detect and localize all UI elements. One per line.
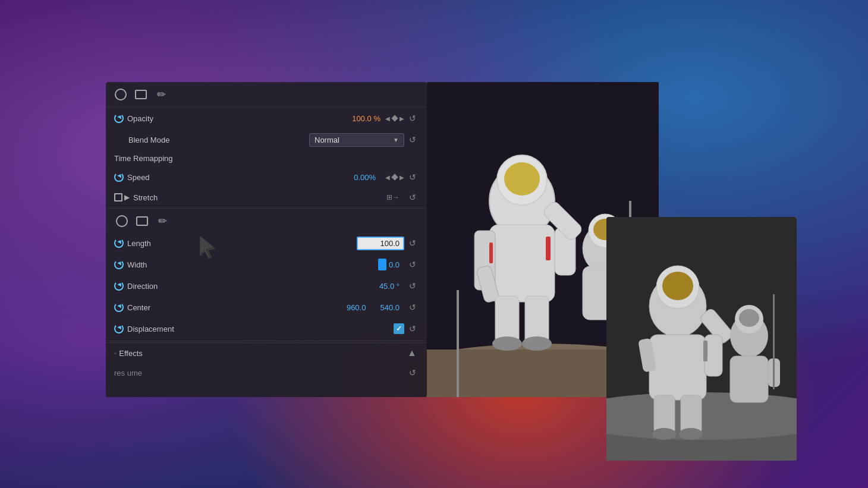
effects-label: Effects <box>119 349 143 358</box>
stretch-row: ▶ Stretch ⊞→ ↺ <box>106 188 427 207</box>
pen-tool-2[interactable]: ✏ <box>155 213 170 229</box>
width-label: Width <box>127 260 193 269</box>
opacity-prev-arrow[interactable]: ◀ <box>385 115 390 122</box>
opacity-keyframe-nav: ◀ ▶ <box>385 115 404 122</box>
properties-panel: ✏ Opacity 100.0 % ◀ ▶ ↺ Blend Mode Norma… <box>106 82 427 397</box>
svg-point-44 <box>739 309 759 327</box>
direction-keyframe-icon[interactable] <box>114 281 124 291</box>
stretch-list-icon[interactable]: ⊞→ <box>386 193 400 202</box>
opacity-reset-btn[interactable]: ↺ <box>407 112 419 124</box>
width-row: Width 0.0 ↺ <box>106 254 427 275</box>
direction-row: Direction 45.0 ° ↺ <box>106 275 427 297</box>
circle-tool-1[interactable] <box>113 87 128 102</box>
width-slider-handle[interactable] <box>378 259 386 270</box>
displacement-checkbox-wrapper <box>394 323 404 334</box>
center-reset-btn[interactable]: ↺ <box>407 301 419 313</box>
length-keyframe-icon[interactable] <box>114 238 124 248</box>
opacity-label: Opacity <box>127 114 193 123</box>
svg-point-32 <box>662 272 693 300</box>
pen-tool-1[interactable]: ✏ <box>153 87 169 102</box>
cursor-arrow-svg <box>198 235 217 260</box>
width-keyframe-icon[interactable] <box>114 260 124 269</box>
length-row: Length ↺ <box>106 232 427 254</box>
opacity-next-arrow[interactable]: ▶ <box>400 115 404 122</box>
opacity-row: Opacity 100.0 % ◀ ▶ ↺ <box>106 108 427 129</box>
stretch-icon: ▶ <box>114 193 130 202</box>
circle-tool-2[interactable] <box>114 213 130 229</box>
speed-keyframe-nav: ◀ ▶ <box>385 174 404 181</box>
svg-rect-33 <box>649 335 706 400</box>
blend-mode-reset-btn[interactable]: ↺ <box>407 134 419 146</box>
displacement-reset-btn[interactable]: ↺ <box>407 323 419 335</box>
blend-mode-dropdown[interactable]: Normal ▼ <box>309 133 404 147</box>
length-input[interactable] <box>357 237 404 250</box>
cursor-pointer <box>198 235 217 263</box>
opacity-keyframe-icon[interactable] <box>114 114 124 123</box>
effects-row: ◦ Effects ▲ <box>106 342 427 363</box>
speed-prev-arrow[interactable]: ◀ <box>385 174 390 181</box>
effects-bullet: ◦ <box>114 349 117 357</box>
svg-rect-47 <box>773 294 775 389</box>
effects-expand-btn[interactable]: ▲ <box>405 347 419 360</box>
speed-reset-btn[interactable]: ↺ <box>407 171 419 183</box>
separator-1 <box>106 208 427 209</box>
center-row: Center 960.0 540.0 ↺ <box>106 297 427 318</box>
displacement-checkbox[interactable] <box>394 323 404 334</box>
svg-point-39 <box>652 428 676 440</box>
length-label: Length <box>127 239 193 248</box>
svg-marker-1 <box>200 237 213 257</box>
bottom-label: res ume <box>114 369 142 377</box>
center-value-x[interactable]: 960.0 <box>347 303 366 312</box>
rectangle-tool-1[interactable] <box>133 87 149 102</box>
rectangle-tool-2[interactable] <box>134 213 150 229</box>
speed-keyframe-icon[interactable] <box>114 172 124 182</box>
speed-label: Speed <box>127 173 193 182</box>
direction-value[interactable]: 45.0 ° <box>379 282 400 291</box>
bottom-reset-btn[interactable]: ↺ <box>407 367 419 379</box>
svg-point-40 <box>679 428 703 440</box>
svg-rect-41 <box>703 341 707 361</box>
blend-mode-row: Blend Mode Normal ▼ ↺ <box>106 129 427 150</box>
toolbar-row-1: ✏ <box>106 82 427 108</box>
blend-dropdown-arrow-icon: ▼ <box>393 137 399 143</box>
time-remapping-header: Time Remapping <box>106 150 427 166</box>
svg-rect-26 <box>457 290 459 397</box>
stretch-label: Stretch <box>133 193 260 202</box>
svg-rect-17 <box>546 237 551 260</box>
opacity-value[interactable]: 100.0 % <box>352 114 380 123</box>
displacement-keyframe-icon[interactable] <box>114 324 124 333</box>
speed-row: Speed 0.00% ◀ ▶ ↺ <box>106 166 427 188</box>
svg-rect-45 <box>730 356 768 402</box>
speed-value[interactable]: 0.00% <box>354 173 376 182</box>
blend-mode-label: Blend Mode <box>128 136 194 144</box>
bottom-row: res ume ↺ <box>106 363 427 382</box>
secondary-preview-panel <box>606 217 797 461</box>
direction-label: Direction <box>127 282 193 291</box>
svg-rect-8 <box>489 225 555 302</box>
center-value-y[interactable]: 540.0 <box>380 303 400 312</box>
displacement-row: Displacement ↺ <box>106 318 427 339</box>
svg-point-7 <box>504 162 540 196</box>
blend-mode-value: Normal <box>315 136 388 144</box>
speed-next-arrow[interactable]: ▶ <box>400 174 404 181</box>
speed-diamond[interactable] <box>391 174 398 180</box>
svg-point-15 <box>492 336 522 351</box>
center-keyframe-icon[interactable] <box>114 303 124 312</box>
stretch-reset-btn[interactable]: ↺ <box>407 191 419 203</box>
svg-rect-18 <box>489 243 493 263</box>
width-value[interactable]: 0.0 <box>389 260 400 269</box>
center-label: Center <box>127 303 193 312</box>
separator-2 <box>106 341 427 341</box>
opacity-diamond[interactable] <box>391 115 398 121</box>
length-reset-btn[interactable]: ↺ <box>407 237 419 249</box>
astronaut-secondary-svg <box>606 217 797 461</box>
displacement-label: Displacement <box>127 325 193 333</box>
direction-reset-btn[interactable]: ↺ <box>407 280 419 292</box>
stretch-arrow-icon: ▶ <box>124 193 130 202</box>
svg-point-16 <box>522 336 552 351</box>
toolbar-row-2: ✏ <box>106 210 427 232</box>
width-reset-btn[interactable]: ↺ <box>407 259 419 270</box>
